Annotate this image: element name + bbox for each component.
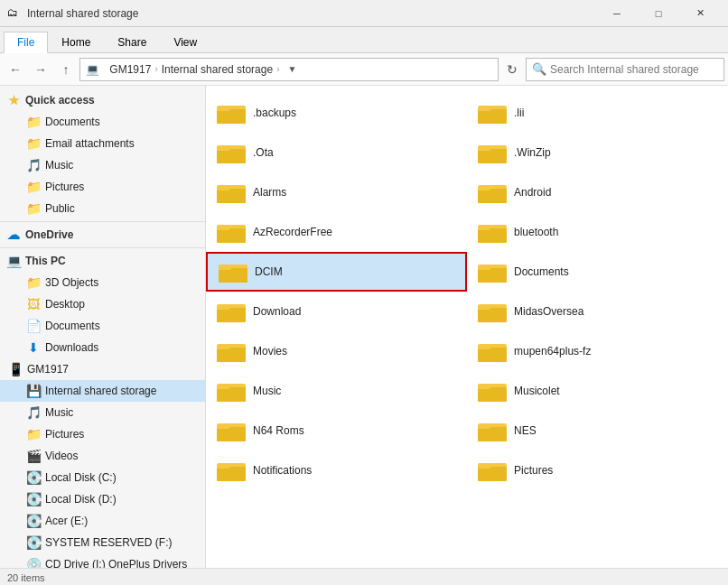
up-button[interactable]: ↑ xyxy=(54,58,78,81)
folder-label-notifications: Notifications xyxy=(253,464,312,477)
svg-rect-49 xyxy=(217,427,246,441)
folder-label-download: Download xyxy=(253,305,301,318)
folder-nes[interactable]: NES xyxy=(467,411,728,450)
sidebar-item-local-disk-c[interactable]: 💽 Local Disk (C:) xyxy=(0,467,205,488)
sidebar-item-pictures-pc[interactable]: 📁 Pictures xyxy=(0,423,205,445)
title-bar-title: Internal shared storage xyxy=(27,7,138,20)
sidebar-item-music[interactable]: 🎵 Music xyxy=(0,154,205,176)
sidebar-label-system-reserved-f: SYSTEM RESERVED (F:) xyxy=(45,536,172,549)
tab-view[interactable]: View xyxy=(160,31,210,52)
folder-label-music: Music xyxy=(253,385,281,397)
address-icon: 💻 xyxy=(86,63,99,76)
svg-rect-2 xyxy=(217,107,229,111)
ribbon: File Home Share View xyxy=(0,27,728,53)
status-items-count: 20 items xyxy=(7,572,45,583)
folder-label-azrecorderfree: AzRecorderFree xyxy=(253,226,332,238)
search-input[interactable] xyxy=(550,63,718,76)
sidebar-item-3d-objects[interactable]: 📁 3D Objects xyxy=(0,272,205,293)
drive-icon: 💽 xyxy=(25,492,42,506)
tab-share[interactable]: Share xyxy=(104,31,160,52)
folder-azrecorderfree[interactable]: AzRecorderFree xyxy=(206,212,467,252)
address-dropdown-button[interactable]: ▼ xyxy=(283,58,301,81)
sidebar-item-documents-pc[interactable]: 📄 Documents xyxy=(0,315,205,337)
folder-icon: 📁 xyxy=(25,201,42,216)
sidebar-item-internal-shared-storage[interactable]: 💾 Internal shared storage xyxy=(0,380,205,402)
sidebar-item-downloads[interactable]: ⬇ Downloads xyxy=(0,337,205,358)
sidebar-label-documents: Documents xyxy=(45,116,100,128)
folder-icon-backups xyxy=(217,100,246,125)
folder-backups[interactable]: .backups xyxy=(206,93,467,133)
folder-icon: 📄 xyxy=(25,319,42,333)
folder-notifications[interactable]: Notifications xyxy=(206,450,467,490)
sidebar-label-videos: Videos xyxy=(45,450,78,462)
star-icon: ★ xyxy=(5,93,22,107)
divider-1 xyxy=(0,221,205,222)
folder-winzip[interactable]: .WinZip xyxy=(467,133,728,172)
sidebar-item-local-disk-d[interactable]: 💽 Local Disk (D:) xyxy=(0,488,205,510)
title-bar-controls: ─ □ ✕ xyxy=(596,0,721,27)
sidebar-item-documents[interactable]: 📁 Documents xyxy=(0,111,205,133)
folder-icon-mupen64plus-fz xyxy=(478,339,507,364)
sidebar-item-cd-drive-i[interactable]: 💿 CD Drive (I:) OnePlus Drivers xyxy=(0,553,205,568)
tab-file[interactable]: File xyxy=(4,32,48,53)
folder-music[interactable]: Music xyxy=(206,371,467,411)
folder-midasoversea[interactable]: MidasOversea xyxy=(467,292,728,331)
sidebar-item-this-pc[interactable]: 💻 This PC xyxy=(0,250,205,272)
folder-label-lii: .lii xyxy=(514,107,524,119)
folder-label-midasoversea: MidasOversea xyxy=(514,305,583,318)
tab-home[interactable]: Home xyxy=(48,31,104,52)
sidebar-label-pictures: Pictures xyxy=(45,181,84,193)
divider-2 xyxy=(0,247,205,248)
sidebar-item-gm1917[interactable]: 📱 GM1917 xyxy=(0,358,205,380)
sidebar-item-quick-access[interactable]: ★ Quick access xyxy=(0,89,205,111)
forward-button[interactable]: → xyxy=(29,58,52,81)
folder-bluetooth[interactable]: bluetooth xyxy=(467,212,728,252)
maximize-button[interactable]: □ xyxy=(638,0,679,27)
folder-mupen64plus-fz[interactable]: mupen64plus-fz xyxy=(467,331,728,371)
folder-icon: 📁 xyxy=(25,115,42,129)
sidebar-label-public: Public xyxy=(45,202,75,215)
folder-android[interactable]: Android xyxy=(467,172,728,212)
folder-ota[interactable]: .Ota xyxy=(206,133,467,172)
sidebar-label-onedrive: OneDrive xyxy=(25,228,73,241)
folder-label-backups: .backups xyxy=(253,107,296,119)
folder-download[interactable]: Download xyxy=(206,292,467,331)
sidebar-item-videos[interactable]: 🎬 Videos xyxy=(0,445,205,467)
address-bar[interactable]: 💻 GM1917 › Internal shared storage › ▼ xyxy=(79,58,499,81)
folder-icon-nes xyxy=(478,418,507,443)
minimize-button[interactable]: ─ xyxy=(596,0,638,27)
folder-label-ota: .Ota xyxy=(253,146,274,159)
search-box[interactable]: 🔍 xyxy=(526,58,724,81)
svg-rect-52 xyxy=(478,427,507,441)
sidebar-item-desktop[interactable]: 🖼 Desktop xyxy=(0,293,205,315)
svg-rect-38 xyxy=(217,346,229,349)
folder-lii[interactable]: .lii xyxy=(467,93,728,133)
folder-pictures[interactable]: Pictures xyxy=(467,450,728,490)
svg-rect-29 xyxy=(478,266,490,270)
close-button[interactable]: ✕ xyxy=(679,0,721,27)
folder-n64-roms[interactable]: N64 Roms xyxy=(206,411,467,450)
sidebar-item-public[interactable]: 📁 Public xyxy=(0,198,205,219)
sidebar-item-pictures[interactable]: 📁 Pictures xyxy=(0,176,205,198)
folder-documents[interactable]: Documents xyxy=(467,252,728,292)
sidebar-item-system-reserved-f[interactable]: 💽 SYSTEM RESERVED (F:) xyxy=(0,532,205,553)
folder-alarms[interactable]: Alarms xyxy=(206,172,467,212)
svg-rect-46 xyxy=(478,387,507,402)
back-button[interactable]: ← xyxy=(4,58,27,81)
sidebar-label-quick-access: Quick access xyxy=(25,94,95,107)
svg-rect-7 xyxy=(217,149,246,163)
folder-dcim[interactable]: DCIM xyxy=(206,252,467,292)
folder-label-musicolet: Musicolet xyxy=(514,385,560,397)
sidebar-label-cd-drive-i: CD Drive (I:) OnePlus Drivers xyxy=(45,558,187,568)
folder-icon-dcim xyxy=(219,259,247,284)
sidebar-item-onedrive[interactable]: ☁ OneDrive xyxy=(0,224,205,246)
folder-icon-winzip xyxy=(478,140,507,165)
sidebar-item-music-pc[interactable]: 🎵 Music xyxy=(0,402,205,423)
folder-movies[interactable]: Movies xyxy=(206,331,467,371)
folder-icon: 📁 xyxy=(25,136,42,151)
refresh-button[interactable]: ↻ xyxy=(500,58,524,81)
sidebar-item-email-attachments[interactable]: 📁 Email attachments xyxy=(0,133,205,154)
folder-musicolet[interactable]: Musicolet xyxy=(467,371,728,411)
sidebar-item-acer-e[interactable]: 💽 Acer (E:) xyxy=(0,510,205,532)
svg-rect-19 xyxy=(217,228,246,243)
